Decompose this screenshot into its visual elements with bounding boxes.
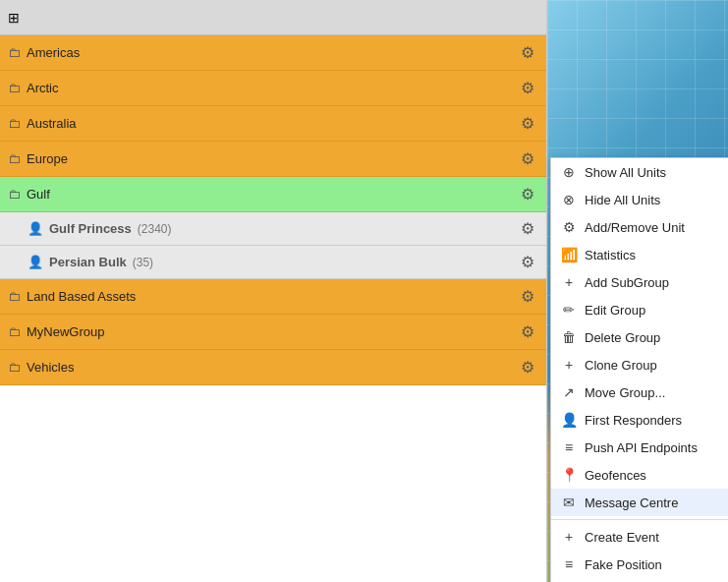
menu-label-hide-all-units: Hide All Units <box>585 193 660 207</box>
group-row-left-australia: 🗀Australia <box>8 116 77 131</box>
header-gear-icon[interactable] <box>531 16 538 20</box>
menu-icon-edit-group: ✏ <box>561 302 577 318</box>
left-panel: ⊞ 🗀Americas⚙🗀Arctic⚙🗀Australia⚙🗀Europe⚙🗀… <box>0 0 547 582</box>
menu-icon-push-api-endpoints: ≡ <box>561 439 577 455</box>
menu-item-delete-group[interactable]: 🗑Delete Group <box>551 323 728 351</box>
folder-icon-australia: 🗀 <box>8 116 21 131</box>
menu-label-delete-group: Delete Group <box>585 330 660 345</box>
menu-item-edit-group[interactable]: ✏Edit Group <box>551 296 728 323</box>
group-row-left-gulf: 🗀Gulf <box>8 187 50 202</box>
menu-label-message-centre: Message Centre <box>585 495 678 510</box>
group-row-americas[interactable]: 🗀Americas⚙ <box>0 35 546 71</box>
gear-icon-europe[interactable]: ⚙ <box>517 147 538 170</box>
menu-item-hide-all-units[interactable]: ⊗Hide All Units <box>551 186 728 213</box>
menu-label-show-all-units: Show All Units <box>585 165 666 180</box>
menu-icon-geofences: 📍 <box>561 467 577 483</box>
folder-icon-mynewgroup: 🗀 <box>8 324 21 339</box>
folder-icon-europe: 🗀 <box>8 151 21 166</box>
menu-item-show-all-units[interactable]: ⊕Show All Units <box>551 158 728 186</box>
menu-icon-hide-all-units: ⊗ <box>561 192 577 207</box>
group-row-europe[interactable]: 🗀Europe⚙ <box>0 142 546 177</box>
vessel-row-left-gulf-princess: 👤Gulf Princess(2340) <box>28 221 172 236</box>
group-name-gulf: Gulf <box>27 187 50 202</box>
group-row-left-mynewgroup: 🗀MyNewGroup <box>8 324 104 339</box>
menu-item-push-api-endpoints[interactable]: ≡Push API Endpoints <box>551 434 728 461</box>
menu-label-add-remove-unit: Add/Remove Unit <box>585 220 685 235</box>
menu-item-add-remove-unit[interactable]: ⚙Add/Remove Unit <box>551 213 728 241</box>
menu-icon-clone-group: + <box>561 357 577 373</box>
table-icon: ⊞ <box>8 10 20 26</box>
header-row: ⊞ <box>0 0 546 35</box>
menu-label-first-responders: First Responders <box>585 413 682 428</box>
folder-icon-land-based-assets: 🗀 <box>8 289 21 304</box>
menu-label-create-event: Create Event <box>585 530 659 545</box>
gear-icon-vessel-gulf-princess[interactable]: ⚙ <box>517 217 538 240</box>
folder-icon-gulf: 🗀 <box>8 187 21 202</box>
vessel-row-persian-bulk[interactable]: 👤Persian Bulk(35)⚙ <box>0 246 546 279</box>
menu-item-fake-position[interactable]: ≡Fake Position <box>551 551 728 578</box>
group-name-australia: Australia <box>27 116 77 131</box>
vessel-count-gulf-princess: (2340) <box>138 222 172 236</box>
group-row-arctic[interactable]: 🗀Arctic⚙ <box>0 71 546 106</box>
group-row-land-based-assets[interactable]: 🗀Land Based Assets⚙ <box>0 279 546 315</box>
menu-item-clone-group[interactable]: +Clone Group <box>551 351 728 378</box>
menu-icon-show-all-units: ⊕ <box>561 164 577 180</box>
menu-icon-first-responders: 👤 <box>561 412 577 428</box>
menu-icon-add-subgroup: + <box>561 274 577 290</box>
gear-icon-vessel-persian-bulk[interactable]: ⚙ <box>517 251 538 273</box>
group-row-left-arctic: 🗀Arctic <box>8 81 59 95</box>
group-name-arctic: Arctic <box>27 81 59 95</box>
menu-label-statistics: Statistics <box>585 248 636 262</box>
menu-item-view-event-log[interactable]: ≡View Event Log <box>551 578 728 582</box>
menu-label-edit-group: Edit Group <box>585 303 645 318</box>
group-row-left-europe: 🗀Europe <box>8 151 68 166</box>
menu-label-geofences: Geofences <box>585 468 646 483</box>
group-row-vehicles[interactable]: 🗀Vehicles⚙ <box>0 350 546 385</box>
menu-divider-message-centre <box>551 519 728 520</box>
group-row-gulf[interactable]: 🗀Gulf⚙ <box>0 177 546 212</box>
group-list: 🗀Americas⚙🗀Arctic⚙🗀Australia⚙🗀Europe⚙🗀Gu… <box>0 35 546 385</box>
menu-item-statistics[interactable]: 📶Statistics <box>551 241 728 268</box>
gear-icon-mynewgroup[interactable]: ⚙ <box>517 320 538 343</box>
gear-icon-australia[interactable]: ⚙ <box>517 112 538 135</box>
menu-label-add-subgroup: Add SubGroup <box>585 275 669 290</box>
menu-item-message-centre[interactable]: ✉Message Centre <box>551 489 728 516</box>
folder-icon-arctic: 🗀 <box>8 81 21 95</box>
menu-item-move-group[interactable]: ↗Move Group... <box>551 378 728 406</box>
vessel-count-persian-bulk: (35) <box>133 256 153 269</box>
menu-item-add-subgroup[interactable]: +Add SubGroup <box>551 268 728 296</box>
gear-icon-vehicles[interactable]: ⚙ <box>517 356 538 378</box>
vessel-name-persian-bulk: Persian Bulk <box>49 255 127 269</box>
gear-icon-land-based-assets[interactable]: ⚙ <box>517 285 538 308</box>
group-row-left-land-based-assets: 🗀Land Based Assets <box>8 289 136 304</box>
group-name-land-based-assets: Land Based Assets <box>27 289 136 304</box>
menu-icon-fake-position: ≡ <box>561 556 577 572</box>
menu-icon-move-group: ↗ <box>561 384 577 400</box>
vessel-row-gulf-princess[interactable]: 👤Gulf Princess(2340)⚙ <box>0 212 546 246</box>
folder-icon-americas: 🗀 <box>8 45 21 60</box>
group-row-left-vehicles: 🗀Vehicles <box>8 360 74 375</box>
menu-item-geofences[interactable]: 📍Geofences <box>551 461 728 489</box>
menu-item-create-event[interactable]: +Create Event <box>551 523 728 551</box>
gear-icon-arctic[interactable]: ⚙ <box>517 77 538 99</box>
menu-icon-statistics: 📶 <box>561 247 577 262</box>
group-row-australia[interactable]: 🗀Australia⚙ <box>0 106 546 142</box>
group-name-mynewgroup: MyNewGroup <box>27 324 104 339</box>
gear-icon-americas[interactable]: ⚙ <box>517 41 538 64</box>
person-icon-persian-bulk: 👤 <box>28 255 43 269</box>
person-icon-gulf-princess: 👤 <box>28 221 43 236</box>
menu-item-first-responders[interactable]: 👤First Responders <box>551 406 728 434</box>
context-menu: ⊕Show All Units⊗Hide All Units⚙Add/Remov… <box>550 157 728 582</box>
menu-label-move-group: Move Group... <box>585 385 665 400</box>
menu-label-fake-position: Fake Position <box>585 557 662 572</box>
header-left: ⊞ <box>8 10 26 26</box>
menu-icon-create-event: + <box>561 529 577 545</box>
menu-icon-add-remove-unit: ⚙ <box>561 219 577 235</box>
gear-icon-gulf[interactable]: ⚙ <box>517 183 538 205</box>
menu-label-clone-group: Clone Group <box>585 358 657 373</box>
folder-icon-vehicles: 🗀 <box>8 360 21 375</box>
group-name-vehicles: Vehicles <box>27 360 74 375</box>
group-row-mynewgroup[interactable]: 🗀MyNewGroup⚙ <box>0 315 546 350</box>
group-row-left-americas: 🗀Americas <box>8 45 80 60</box>
group-name-europe: Europe <box>27 151 68 166</box>
